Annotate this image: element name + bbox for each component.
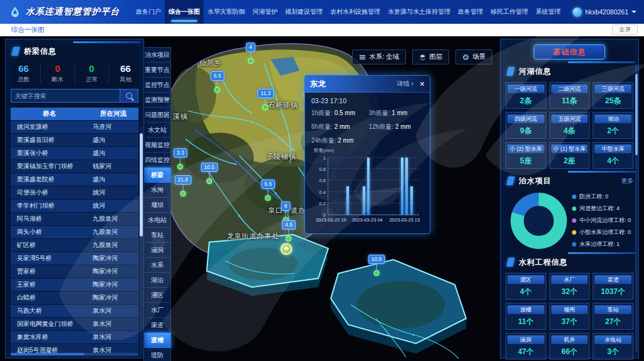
layer-menu-item[interactable]: 视频监控 [143, 138, 171, 153]
info-card-label: 水电站 [595, 335, 631, 344]
station-marker-icon[interactable] [281, 243, 293, 255]
table-row[interactable]: 王家桥陶家冲河 [11, 278, 138, 291]
breadcrumb[interactable]: 综合一张图 [11, 26, 44, 34]
layer-menu-item[interactable]: 桥梁 [143, 168, 171, 183]
layer-menu-item[interactable]: 水系 [143, 258, 171, 273]
river-name-cell: 九股泉河 [88, 241, 138, 250]
layer-menu-item[interactable]: 水厂 [143, 303, 171, 318]
map-pin[interactable]: 6.5 [261, 180, 275, 201]
river-name-cell: 泉水河 [88, 320, 138, 328]
table-row[interactable]: 矿区桥九股泉河 [11, 239, 138, 252]
more-link[interactable]: 更多 [621, 177, 633, 185]
map-control-water-system[interactable]: 水系: 全域 [352, 49, 406, 64]
table-row[interactable]: 司堡张小桥姚河 [11, 186, 138, 199]
table-row[interactable]: 白蜡桥陶家冲河 [11, 292, 138, 304]
table-row[interactable]: 阿马湖桥九股泉河 [11, 213, 138, 225]
top-nav: 水系连通智慧管护平台 政务门户综合一张图水旱灾害防御河湖管护规划建设管理农村水利… [0, 0, 644, 24]
layer-menu-item[interactable]: 渡槽 [143, 333, 171, 348]
table-row[interactable]: 李学村门坝桥姚河 [11, 200, 138, 212]
pin-dot [180, 191, 185, 196]
layer-menu-item[interactable]: 灌区 [143, 288, 171, 303]
layer-menu-item[interactable]: 重要节点 [143, 63, 171, 78]
layer-menu-item[interactable]: 监控节点 [143, 78, 171, 93]
layer-menu-item[interactable]: 堰坝 [143, 198, 171, 213]
bridge-name-cell: 王家桥 [11, 280, 88, 289]
panel-vscroll-thumb[interactable] [635, 74, 638, 155]
rain-stat: 3h雨量: 1 mm [369, 109, 423, 118]
legend-item: 中小河流治理工程: 0 [572, 215, 635, 226]
x-tick-label: 2023-03-23 04 [352, 217, 383, 223]
table-hscroll-thumb[interactable] [11, 353, 85, 355]
layer-menu-item[interactable]: 水文站 [143, 123, 171, 138]
info-card-label: 小 (2) 型水库 [507, 145, 544, 153]
nav-item[interactable]: 规划建设管理 [281, 0, 326, 24]
river-name-cell: 陶家冲河 [88, 293, 138, 302]
map-control-label: 场景 [472, 53, 486, 61]
layer-menu-item[interactable]: 涵洞 [143, 243, 171, 258]
layer-menu-item[interactable]: 堤防 [143, 348, 171, 361]
dashboard-root: 水系连通智慧管护平台 政务门户综合一张图水旱灾害防御河湖管护规划建设管理农村水利… [0, 0, 644, 361]
fullscreen-button[interactable]: 全屏 [612, 24, 638, 35]
nav-item[interactable]: 河湖管护 [249, 0, 281, 24]
pin-stem [285, 211, 286, 217]
map-pin[interactable]: 6 [281, 201, 291, 223]
layer-menu-item[interactable]: 问题图斑 [143, 108, 171, 123]
table-header-cell: 桥名 [11, 109, 88, 118]
map-control-layers[interactable]: 图层 [412, 49, 449, 64]
table-row[interactable]: 栗溪张小桥盛沟 [11, 147, 138, 160]
info-card: 小 (2) 型水库5座 [506, 142, 546, 169]
table-row[interactable]: 国家电网黄金门坝桥泉水河 [11, 318, 138, 330]
details-link[interactable]: 详情 › [397, 79, 413, 88]
table-row[interactable]: 吴家湾5号桥陶家冲河 [11, 252, 138, 265]
info-card-label: 灌区 [507, 275, 544, 284]
table-row[interactable]: 姚河发源桥马道河 [11, 121, 138, 133]
map-content: 仙居乡石桥驿镇栗溪镇子陵铺镇泉口街道办龙泉街道办事处46.511.310.53.… [0, 36, 644, 361]
close-icon[interactable]: × [420, 79, 425, 88]
info-card: 水电站3个 [593, 333, 633, 360]
map-pin[interactable]: 21.8 [175, 175, 192, 196]
basic-info-button[interactable]: 基础信息 [534, 44, 605, 59]
info-card-value: 2座 [564, 156, 576, 166]
search-button[interactable] [120, 89, 138, 103]
table-vscroll-thumb[interactable] [140, 133, 143, 236]
table-row[interactable]: 栗溪盛老院桥盛沟 [11, 173, 138, 186]
nav-item[interactable]: 政务门户 [132, 0, 165, 24]
table-row[interactable]: 两头小桥九股泉河 [11, 226, 138, 238]
pin-value: 21.8 [175, 175, 192, 185]
layer-menu-item[interactable]: 四情监控 [143, 153, 171, 168]
nav-item[interactable]: 政务管理 [454, 0, 487, 24]
nav-item[interactable]: 农村水利设施管理 [326, 0, 384, 24]
map-pin[interactable]: 11.3 [257, 89, 274, 110]
layer-menu-item[interactable]: 泵站 [143, 228, 171, 243]
map-pin[interactable]: 3.3 [174, 148, 187, 170]
layer-menu-item[interactable]: 监测预警 [143, 93, 171, 108]
table-row[interactable]: 贾家桥陶家冲河 [11, 265, 138, 278]
map-pin[interactable]: 10.5 [201, 163, 218, 184]
map-control-scene[interactable]: 场景 [455, 49, 492, 64]
table-row[interactable]: 象窝水库桥泉水河 [11, 331, 138, 343]
info-card: 三级河流25条 [593, 82, 633, 109]
map-pin[interactable]: 4.5 [282, 220, 296, 242]
nav-item[interactable]: 系统管理 [532, 0, 564, 24]
layer-menu-item[interactable]: 水闸 [143, 183, 171, 198]
nav-item[interactable]: 水资源与水土保持管理 [384, 0, 454, 24]
nav-item[interactable]: 移民工作管理 [487, 0, 532, 24]
layer-menu-item[interactable]: 水电站 [143, 213, 171, 228]
table-row[interactable]: 栗溪盛首旧桥盛沟 [11, 134, 138, 146]
map-pin[interactable]: 6.5 [210, 71, 224, 93]
map-pin[interactable]: 10.5 [368, 255, 385, 276]
search-input[interactable] [11, 89, 120, 103]
user-menu[interactable]: hkxb42080261 [573, 8, 636, 17]
layer-menu-item[interactable]: 渠道 [143, 318, 171, 333]
layer-menu-item[interactable]: 治水项目 [143, 47, 171, 63]
layer-menu: 治水项目重要节点监控节点监测预警问题图斑水文站视频监控四情监控桥梁水闸堰坝水电站… [143, 47, 171, 361]
info-card: 渡槽11个 [506, 303, 546, 330]
info-card-label: 中型水库 [595, 145, 631, 153]
map-pin[interactable]: 4 [246, 43, 256, 64]
bridge-name-cell: 栗溪盛老院桥 [11, 175, 88, 184]
table-row[interactable]: 栗溪镇加玉带门坝桥钱家河 [11, 160, 138, 173]
nav-item[interactable]: 综合一张图 [165, 0, 204, 24]
table-row[interactable]: 马跑大桥泉水河 [11, 305, 138, 317]
layer-menu-item[interactable]: 湖泊 [143, 273, 171, 288]
nav-item[interactable]: 水旱灾害防御 [204, 0, 249, 24]
